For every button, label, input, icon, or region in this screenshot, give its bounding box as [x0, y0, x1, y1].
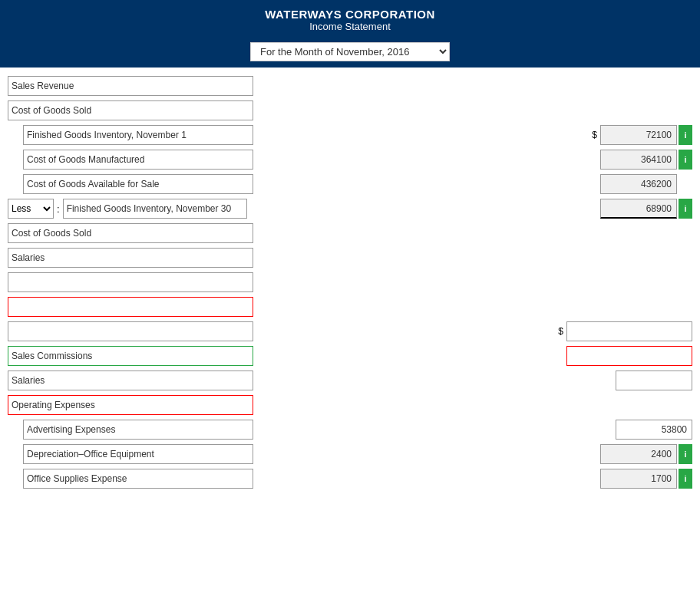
office-supplies-row: Office Supplies Expense 1700 i: [8, 468, 692, 489]
depreciation-select[interactable]: Depreciation–Office Equipment: [23, 444, 253, 464]
info-btn-2[interactable]: i: [679, 150, 692, 170]
cogm-row: Cost of Goods Manufactured 364100 i: [8, 149, 692, 170]
cogas-value: 436200: [600, 174, 677, 194]
cogs2-select[interactable]: Cost of Goods Sold: [8, 223, 253, 243]
finished-goods-nov1-select[interactable]: Finished Goods Inventory, November 1: [23, 125, 253, 145]
finished-goods-nov30-select[interactable]: Finished Goods Inventory, November 30: [63, 199, 247, 219]
sales-revenue-select[interactable]: Sales Revenue: [8, 76, 253, 96]
depreciation-row: Depreciation–Office Equipment 2400 i: [8, 443, 692, 465]
advertising-value: 53800: [616, 420, 692, 440]
cogs1-row: Cost of Goods Sold: [8, 100, 692, 121]
sales-revenue-row: Sales Revenue: [8, 75, 692, 97]
depreciation-value: 2400: [600, 444, 677, 464]
page-header: WATERWAYS CORPORATION Income Statement: [0, 0, 700, 36]
empty3-value-input[interactable]: [566, 321, 692, 341]
cogm-value: 364100: [600, 150, 677, 170]
sales-commissions-input[interactable]: [566, 346, 692, 366]
office-supplies-value: 1700: [600, 469, 677, 489]
info-btn-4[interactable]: i: [679, 444, 692, 464]
cogs1-col: Cost of Goods Sold: [8, 100, 261, 120]
statement-title: Income Statement: [0, 21, 700, 32]
finished-goods-nov1-row: Finished Goods Inventory, November 1 $ 7…: [8, 124, 692, 146]
company-name: WATERWAYS CORPORATION: [0, 8, 700, 21]
less-select[interactable]: Less: [8, 199, 54, 219]
operating-expenses-select[interactable]: Operating Expenses: [8, 395, 253, 415]
empty3-row: $: [8, 321, 692, 342]
sales-revenue-col: Sales Revenue: [8, 76, 261, 96]
empty3-select[interactable]: [8, 321, 253, 341]
salaries2-select[interactable]: Salaries: [8, 371, 253, 390]
cogas-select[interactable]: Cost of Goods Available for Sale: [23, 174, 253, 194]
operating-expenses-row: Operating Expenses: [8, 394, 692, 416]
empty2-select[interactable]: [8, 297, 253, 317]
info-btn-5[interactable]: i: [679, 469, 692, 489]
empty2-row: [8, 296, 692, 318]
dollar-sign-1: $: [592, 130, 597, 140]
cogs1-select[interactable]: Cost of Goods Sold: [8, 100, 253, 120]
salaries2-right-value: [616, 371, 692, 390]
empty1-row: [8, 272, 692, 293]
salaries1-row: Salaries: [8, 247, 692, 268]
info-btn-1[interactable]: i: [679, 125, 692, 145]
advertising-row: Advertising Expenses 53800: [8, 419, 692, 440]
period-row: For the Month of November, 2016: [0, 36, 700, 68]
info-btn-3[interactable]: i: [679, 199, 692, 219]
office-supplies-select[interactable]: Office Supplies Expense: [23, 469, 253, 489]
sales-commissions-select[interactable]: Sales Commissions: [8, 346, 253, 366]
cogas-row: Cost of Goods Available for Sale 436200 …: [8, 173, 692, 195]
finished-goods-nov1-value: 72100: [600, 125, 677, 145]
income-statement-body: Sales Revenue Cost of Goods Sold Finishe…: [0, 68, 700, 500]
less-row: Less : Finished Goods Inventory, Novembe…: [8, 198, 692, 219]
cogm-select[interactable]: Cost of Goods Manufactured: [23, 150, 253, 170]
colon: :: [57, 203, 60, 215]
cogs2-row: Cost of Goods Sold: [8, 222, 692, 244]
advertising-select[interactable]: Advertising Expenses: [23, 420, 253, 440]
salaries1-select[interactable]: Salaries: [8, 248, 253, 268]
salaries2-row: Salaries: [8, 370, 692, 391]
sales-commissions-row: Sales Commissions: [8, 345, 692, 367]
empty1-select[interactable]: [8, 272, 253, 292]
period-select[interactable]: For the Month of November, 2016: [250, 42, 450, 61]
finished-goods-nov30-value: 68900: [600, 199, 677, 219]
dollar-sign-2: $: [558, 326, 563, 337]
